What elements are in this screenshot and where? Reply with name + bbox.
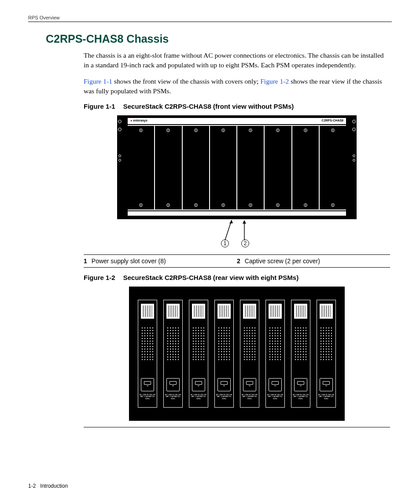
figure-1-2-caption: Figure 1-2SecureStack C2RPS-CHAS8 (rear …	[84, 274, 390, 281]
legend-2-num: 2	[237, 258, 240, 265]
slot-row	[128, 125, 346, 210]
captive-screw-icon	[139, 129, 143, 132]
svg-marker-3	[243, 220, 246, 224]
psm-vent-icon	[269, 327, 282, 362]
legend-2-text: Captive screw (2 per cover)	[245, 258, 320, 265]
psm-rear: AC LINE IN 100-240 VAC 1.5A MAX 50-60Hz	[291, 300, 310, 408]
callout-2: 2	[241, 239, 249, 247]
horizontal-rule	[84, 427, 390, 427]
captive-screw-icon	[166, 203, 170, 207]
figure-1-1-legend: 1Power supply slot cover (8) 2Captive sc…	[84, 254, 390, 268]
psm-connector-icon	[294, 304, 307, 319]
callout-1: 1	[221, 239, 229, 247]
psm-spec-label: AC LINE IN 100-240 VAC 1.5A MAX 50-60Hz	[317, 394, 335, 405]
chassis-label-strip: ● enterasys C2RPS-CHAS8	[128, 118, 346, 124]
captive-screw-icon	[221, 203, 225, 207]
psm-vent-icon	[192, 327, 205, 362]
model-label: C2RPS-CHAS8	[322, 119, 343, 122]
brand-name: enterasys	[133, 119, 147, 122]
psm-rear: AC LINE IN 100-240 VAC 1.5A MAX 50-60Hz	[317, 300, 336, 408]
psm-spec-label: AC LINE IN 100-240 VAC 1.5A MAX 50-60Hz	[291, 394, 310, 405]
psm-rear: AC LINE IN 100-240 VAC 1.5A MAX 50-60Hz	[189, 300, 208, 408]
chassis-bottom-strip	[128, 211, 346, 216]
xref-figure-1-2[interactable]: Figure 1-2	[260, 77, 289, 85]
psm-vent-icon	[166, 327, 180, 362]
slot-cover	[292, 126, 319, 210]
legend-1-text: Power supply slot cover (8)	[92, 258, 166, 265]
chapter-name: Introduction	[40, 483, 68, 489]
psm-vent-icon	[294, 327, 307, 362]
figure-1-2-number: Figure 1-2	[84, 274, 115, 281]
figure-1-1-title: SecureStack C2RPS-CHAS8 (front view with…	[123, 103, 294, 110]
psm-connector-icon	[217, 304, 231, 319]
psm-spec-label: AC LINE IN 100-240 VAC 1.5A MAX 50-60Hz	[164, 394, 182, 405]
captive-screw-icon	[331, 129, 335, 132]
captive-screw-icon	[276, 203, 280, 207]
psm-connector-icon	[192, 304, 205, 319]
iec-inlet-icon	[192, 378, 205, 391]
slot-cover	[320, 126, 346, 210]
slot-cover	[128, 126, 154, 210]
brand-logo: ●	[130, 119, 132, 122]
captive-screw-icon	[276, 129, 280, 132]
captive-screw-icon	[304, 129, 307, 132]
psm-connector-icon	[320, 304, 333, 319]
captive-screw-icon	[194, 203, 198, 207]
captive-screw-icon	[304, 203, 307, 207]
legend-1-num: 1	[84, 258, 87, 265]
psm-spec-label: AC LINE IN 100-240 VAC 1.5A MAX 50-60Hz	[215, 394, 233, 405]
figure-1-2-chassis-rear: AC LINE IN 100-240 VAC 1.5A MAX 50-60Hz …	[129, 287, 345, 421]
figure-1-1-chassis-front: ● enterasys C2RPS-CHAS8	[122, 115, 351, 219]
iec-inlet-icon	[294, 378, 307, 391]
rack-ear-left	[117, 115, 122, 219]
slot-cover	[183, 126, 209, 210]
captive-screw-icon	[221, 129, 225, 132]
running-header: RPS Overview	[28, 15, 392, 22]
page-number: 1-2	[28, 483, 36, 489]
slot-cover	[210, 126, 236, 210]
iec-inlet-icon	[166, 378, 180, 391]
captive-screw-icon	[166, 129, 170, 132]
captive-screw-icon	[194, 129, 198, 132]
psm-rear: AC LINE IN 100-240 VAC 1.5A MAX 50-60Hz	[214, 300, 234, 408]
slot-cover	[237, 126, 264, 210]
figure-1-2-title: SecureStack C2RPS-CHAS8 (rear view with …	[123, 274, 298, 281]
captive-screw-icon	[331, 203, 335, 207]
psm-connector-icon	[243, 304, 256, 319]
psm-vent-icon	[320, 327, 333, 362]
psm-rear: AC LINE IN 100-240 VAC 1.5A MAX 50-60Hz	[265, 300, 285, 408]
psm-rear: AC LINE IN 100-240 VAC 1.5A MAX 50-60Hz	[163, 300, 183, 408]
paragraph-2: Figure 1-1 shows the front view of the c…	[84, 77, 390, 96]
psm-rear: AC LINE IN 100-240 VAC 1.5A MAX 50-60Hz	[138, 300, 157, 408]
page-footer: 1-2 Introduction	[28, 483, 68, 489]
captive-screw-icon	[139, 203, 143, 207]
psm-spec-label: AC LINE IN 100-240 VAC 1.5A MAX 50-60Hz	[240, 394, 259, 405]
rack-ear-right	[351, 115, 357, 219]
iec-inlet-icon	[141, 378, 154, 391]
psm-connector-icon	[269, 304, 282, 319]
captive-screw-icon	[249, 129, 252, 132]
figure-1-1-callouts: 1 2	[122, 219, 351, 250]
iec-inlet-icon	[217, 378, 231, 391]
slot-cover	[265, 126, 291, 210]
para2-text-a: shows the front view of the chassis with…	[112, 77, 260, 85]
psm-connector-icon	[166, 304, 180, 319]
xref-figure-1-1[interactable]: Figure 1-1	[84, 77, 112, 85]
paragraph-1: The chassis is a an eight-slot frame wit…	[84, 51, 390, 70]
psm-spec-label: AC LINE IN 100-240 VAC 1.5A MAX 50-60Hz	[189, 394, 208, 405]
figure-1-1-number: Figure 1-1	[84, 103, 115, 110]
psm-spec-label: AC LINE IN 100-240 VAC 1.5A MAX 50-60Hz	[138, 394, 157, 405]
psm-rear: AC LINE IN 100-240 VAC 1.5A MAX 50-60Hz	[240, 300, 259, 408]
iec-inlet-icon	[320, 378, 333, 391]
psm-vent-icon	[217, 327, 231, 362]
slot-cover	[155, 126, 181, 210]
psm-spec-label: AC LINE IN 100-240 VAC 1.5A MAX 50-60Hz	[266, 394, 284, 405]
psm-vent-icon	[243, 327, 256, 362]
iec-inlet-icon	[269, 378, 282, 391]
section-heading: C2RPS-CHAS8 Chassis	[46, 33, 392, 45]
captive-screw-icon	[249, 203, 252, 207]
psm-vent-icon	[141, 327, 154, 362]
figure-1-1-caption: Figure 1-1SecureStack C2RPS-CHAS8 (front…	[84, 103, 390, 110]
iec-inlet-icon	[243, 378, 256, 391]
psm-connector-icon	[141, 304, 154, 319]
